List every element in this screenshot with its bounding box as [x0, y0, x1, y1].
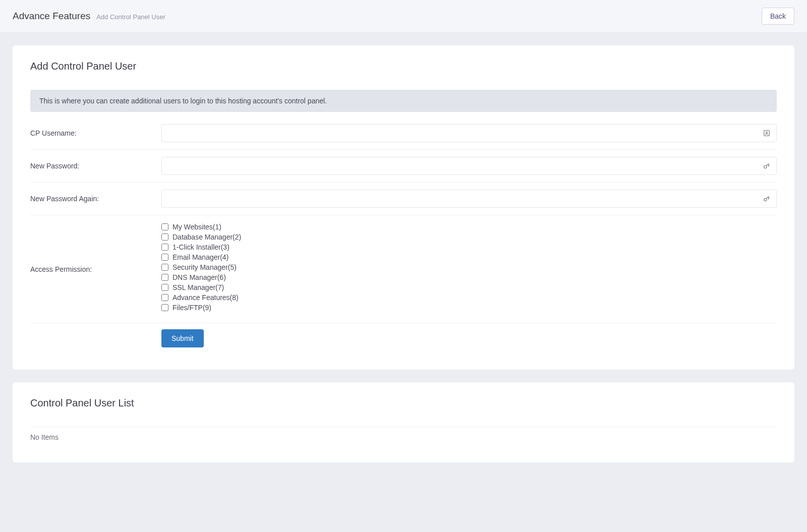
permission-item-my-websites[interactable]: My Websites(1) [161, 222, 777, 231]
info-banner: This is where you can create additional … [30, 90, 777, 112]
permission-checkbox[interactable] [161, 264, 168, 271]
permission-item-files-ftp[interactable]: Files/FTP(9) [161, 303, 777, 312]
card-title: Control Panel User List [30, 397, 777, 409]
permission-checkbox[interactable] [161, 233, 168, 241]
add-user-card: Add Control Panel User This is where you… [13, 45, 794, 370]
form-row-submit: Submit [30, 323, 777, 354]
form-row-username: CP Username: [30, 117, 777, 150]
permission-label: Advance Features(8) [172, 293, 239, 302]
permission-checkbox[interactable] [161, 284, 168, 291]
svg-point-3 [764, 198, 767, 201]
permission-checkbox[interactable] [161, 294, 168, 301]
permission-item-ssl-manager[interactable]: SSL Manager(7) [161, 283, 777, 292]
empty-list-text: No Items [30, 427, 777, 447]
label-new-password: New Password: [30, 162, 161, 170]
new-password-input[interactable] [161, 157, 777, 175]
form-row-permissions: Access Permission: My Websites(1) Databa… [30, 215, 777, 323]
svg-point-2 [764, 165, 767, 168]
submit-button[interactable]: Submit [161, 329, 204, 347]
key-icon [763, 195, 771, 203]
permission-label: SSL Manager(7) [172, 283, 224, 291]
new-password-again-input[interactable] [161, 190, 777, 208]
permission-item-email-manager[interactable]: Email Manager(4) [161, 253, 777, 262]
contact-card-icon [763, 129, 771, 137]
permission-label: Database Manager(2) [172, 233, 241, 241]
form-row-password: New Password: [30, 150, 777, 183]
permission-checkbox[interactable] [161, 254, 168, 261]
permission-label: Security Manager(5) [172, 263, 237, 271]
permission-label: Files/FTP(9) [172, 304, 211, 312]
cp-username-input[interactable] [161, 124, 777, 142]
permission-checkbox[interactable] [161, 244, 168, 251]
permission-label: Email Manager(4) [172, 253, 228, 261]
header-bar: Advance Features Add Control Panel User … [0, 0, 807, 33]
permission-item-advance-features[interactable]: Advance Features(8) [161, 293, 777, 302]
svg-point-1 [766, 132, 768, 133]
permission-checkbox[interactable] [161, 223, 168, 230]
permission-label: 1-Click Installer(3) [172, 243, 229, 251]
permission-label: DNS Manager(6) [172, 273, 226, 281]
permission-label: My Websites(1) [172, 223, 221, 231]
back-button[interactable]: Back [762, 8, 794, 25]
label-new-password-again: New Password Again: [30, 195, 161, 203]
label-access-permission: Access Permission: [30, 222, 161, 316]
form-row-password-again: New Password Again: [30, 183, 777, 215]
permission-item-security-manager[interactable]: Security Manager(5) [161, 263, 777, 272]
permission-checkbox[interactable] [161, 274, 168, 281]
permission-item-database-manager[interactable]: Database Manager(2) [161, 232, 777, 242]
permission-item-installer[interactable]: 1-Click Installer(3) [161, 243, 777, 252]
breadcrumb: Add Control Panel User [96, 13, 165, 21]
card-title: Add Control Panel User [30, 61, 777, 72]
permission-checkbox-list: My Websites(1) Database Manager(2) 1-Cli… [161, 222, 777, 312]
permission-item-dns-manager[interactable]: DNS Manager(6) [161, 273, 777, 282]
user-list-card: Control Panel User List No Items [13, 382, 794, 462]
key-icon [763, 162, 771, 170]
permission-checkbox[interactable] [161, 304, 168, 311]
label-cp-username: CP Username: [30, 129, 161, 137]
page-title: Advance Features [13, 11, 90, 22]
